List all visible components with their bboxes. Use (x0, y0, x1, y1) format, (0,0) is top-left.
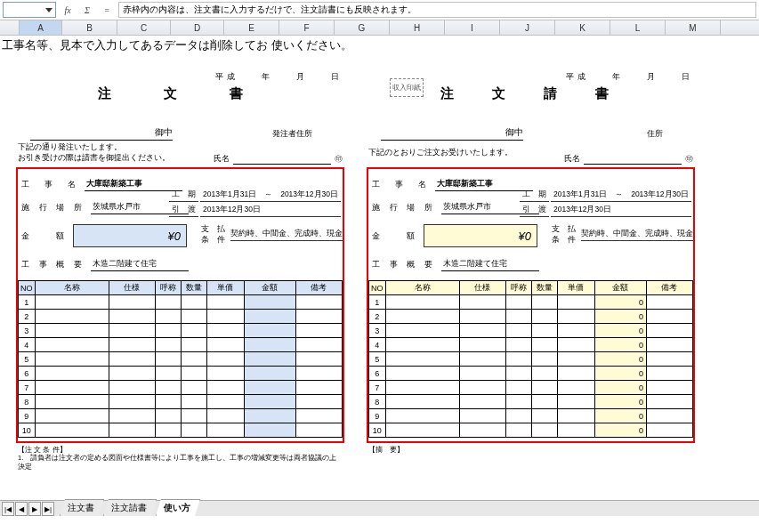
sheet-tabs: |◀ ◀ ▶ ▶| 注文書 注文請書 使い方 (0, 500, 759, 516)
tab-howto[interactable]: 使い方 (156, 499, 200, 516)
amount-box: ¥0 (73, 224, 187, 247)
basho-row: 施 行 場 所 茨城県水戸市 (21, 201, 189, 214)
kouki-block: 工 期2013年1月31日 ～ 2013年12月30日 引 渡2013年12月3… (518, 185, 693, 219)
equals-icon[interactable]: = (99, 2, 115, 18)
col-I[interactable]: I (445, 20, 500, 35)
fx-icon[interactable]: fx (60, 2, 76, 18)
col-E[interactable]: E (224, 20, 279, 35)
col-D[interactable]: D (171, 20, 224, 35)
col-H[interactable]: H (390, 20, 445, 35)
onchu-line: 御中 (30, 126, 173, 141)
table-row: 80 (369, 395, 693, 409)
sigma-icon[interactable]: Σ (79, 2, 95, 18)
grid-header-row: NO名称 仕様呼称 数量単価 金額備考 (369, 281, 693, 295)
table-row: 3 (19, 324, 343, 338)
note-cell: 工事名等、見本で入力してあるデータは削除してお 使いください。 (2, 37, 352, 53)
table-row: 2 (19, 310, 343, 324)
order-document: 平成 年 月 日 注 文 書 御中 発注者住所 下記の通り発注いたします。 お引… (12, 53, 348, 480)
onchu-line: 御中 (381, 126, 523, 141)
worksheet[interactable]: 工事名等、見本で入力してあるデータは削除してお 使いください。 平成 年 月 日… (0, 36, 759, 516)
amount-box: ¥0 (424, 224, 537, 247)
note-1: 下記のとおりご注文お受けいたします。 (368, 148, 513, 158)
grid-header-row: NO名称 仕様呼称 数量単価 金額備考 (19, 281, 343, 295)
col-M[interactable]: M (666, 20, 721, 35)
table-row: 4 (19, 338, 343, 352)
name-box[interactable] (3, 2, 56, 18)
col-J[interactable]: J (500, 20, 555, 35)
table-row: 50 (369, 352, 693, 367)
table-row: 8 (19, 395, 343, 409)
shiharai-row: 支 払 条 件 契約時、中間金、完成時、現金 (552, 224, 693, 246)
table-row: 20 (369, 310, 693, 324)
table-row: 70 (369, 381, 693, 395)
table-row: 90 (369, 409, 693, 423)
column-headers: A B C D E F G H I J K L M (0, 20, 759, 36)
doc-title: 注 文 書 (12, 85, 348, 102)
tab-nav-last[interactable]: ▶| (42, 502, 54, 516)
kouji-row: 工 事 名 大庫邸新築工事 (21, 178, 182, 191)
formula-text: 赤枠内の内容は、注文書に入力するだけで、注文請書にも反映されます。 (123, 4, 416, 16)
table-row: 1 (19, 295, 343, 310)
kouji-row: 工 事 名 大庫邸新築工事 (372, 178, 533, 191)
kouki-block: 工 期2013年1月31日 ～ 2013年12月30日 引 渡2013年12月3… (167, 185, 343, 219)
col-C[interactable]: C (117, 20, 171, 35)
table-row: 100 (369, 423, 693, 438)
footer-box: 【摘 要】 (368, 445, 404, 455)
table-row: 30 (369, 324, 693, 338)
footer-text: 1. 請負者は注文者の定める図面や仕様書等により工事を施工し、工事の増減変更等は… (18, 454, 338, 472)
table-row: 7 (19, 381, 343, 395)
date-line: 平成 年 月 日 (566, 71, 693, 83)
col-G[interactable]: G (335, 20, 390, 35)
tab-nav-next[interactable]: ▶ (28, 502, 41, 516)
receipt-document: 平成 年 月 日 収入印紙 注 文 請 書 御中 住所 下記のとおりご注文お受け… (363, 53, 698, 480)
tab-order[interactable]: 注文書 (60, 499, 104, 516)
chevron-down-icon (45, 8, 52, 12)
name-field: 氏名㊞ (214, 153, 343, 165)
address-label: 発注者住所 (272, 128, 312, 140)
table-row: 6 (19, 367, 343, 381)
col-F[interactable]: F (279, 20, 335, 35)
gaiyo-row: 工 事 概 要 木造二階建て住宅 (21, 258, 189, 271)
col-B[interactable]: B (62, 20, 117, 35)
formula-input[interactable]: 赤枠内の内容は、注文書に入力するだけで、注文請書にも反映されます。 (118, 2, 756, 18)
tab-nav-first[interactable]: |◀ (2, 502, 14, 516)
table-row: 60 (369, 367, 693, 381)
kingaku-row: 金 額 ¥0 (372, 224, 537, 247)
address-label: 住所 (647, 128, 663, 140)
shiharai-row: 支 払 条 件 契約時、中間金、完成時、現金 (201, 224, 343, 246)
gaiyo-row: 工 事 概 要 木造二階建て住宅 (372, 258, 539, 271)
table-row: 5 (19, 352, 343, 367)
table-row: 40 (369, 338, 693, 352)
detail-grid: NO名称 仕様呼称 数量単価 金額備考 12345678910 (18, 280, 343, 438)
col-K[interactable]: K (555, 20, 610, 35)
note-2: お引き受けの際は請書を御提出ください。 (18, 153, 170, 164)
name-field: 氏名㊞ (564, 153, 693, 165)
detail-grid: NO名称 仕様呼称 数量単価 金額備考 10203040506070809010… (368, 280, 693, 438)
col-A[interactable]: A (20, 20, 62, 35)
date-line: 平成 年 月 日 (215, 71, 343, 83)
note-1: 下記の通り発注いたします。 (18, 142, 122, 153)
table-row: 9 (19, 409, 343, 423)
basho-row: 施 行 場 所 茨城県水戸市 (372, 201, 539, 214)
table-row: 10 (369, 295, 693, 310)
tab-nav-prev[interactable]: ◀ (15, 502, 28, 516)
formula-bar: fx Σ = 赤枠内の内容は、注文書に入力するだけで、注文請書にも反映されます。 (0, 0, 759, 20)
kingaku-row: 金 額 ¥0 (21, 224, 187, 247)
doc-title: 注 文 請 書 (363, 85, 698, 102)
tab-receipt[interactable]: 注文請書 (103, 499, 157, 516)
table-row: 10 (19, 423, 343, 438)
col-L[interactable]: L (610, 20, 666, 35)
